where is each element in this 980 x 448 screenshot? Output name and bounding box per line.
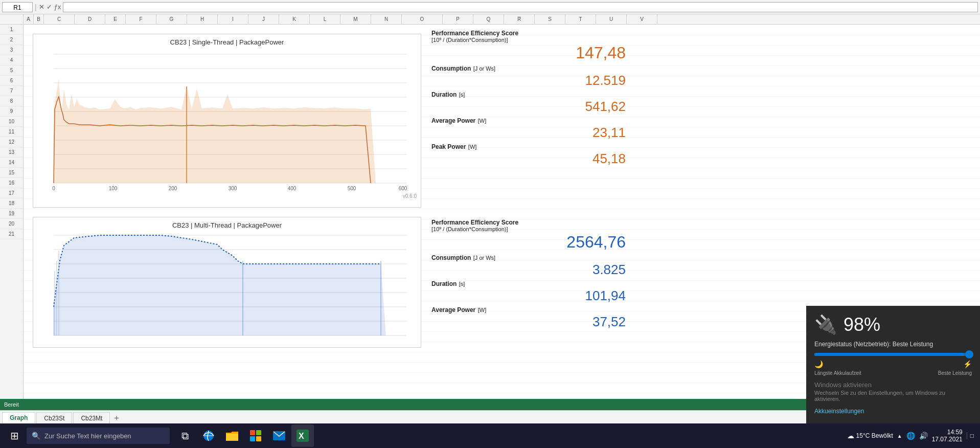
add-sheet-button[interactable]: ＋ [111,412,122,423]
st-peak-value: 45,18 [431,151,626,167]
mt-dur-unit: [s] [459,281,465,287]
mt-dur-value: 101,94 [431,288,626,304]
col-F[interactable]: F [126,14,156,24]
battery-slider-thumb[interactable] [965,350,973,359]
st-cons-value: 12.519 [431,73,626,88]
windows-activate-sub: Wechseln Sie zu den Einstellungen, um Wi… [814,390,972,402]
col-M[interactable]: M [340,14,371,24]
mt-avg-unit: [W] [478,307,487,313]
start-button[interactable]: ⊞ [2,423,27,448]
volume-icon[interactable]: 🔊 [919,432,928,440]
taskbar-app-files[interactable] [221,424,243,447]
col-B[interactable]: B [34,14,44,24]
taskbar-clock[interactable]: 14:59 17.07.2021 [932,429,963,443]
svg-text:400: 400 [288,186,297,191]
cell-reference[interactable]: R1 [2,2,33,12]
st-avg-label: Average Power [431,117,475,124]
clock-date: 17.07.2021 [932,436,963,443]
tab-cb23st[interactable]: Cb23St [36,412,72,423]
st-perf-label: Performance Efficiency Score [431,30,626,37]
expand-icon[interactable]: ▲ [897,433,902,439]
mt-avg-label: Average Power [431,306,475,313]
col-G[interactable]: G [156,14,187,24]
weather-icon: ☁ [847,432,854,440]
tab-graph[interactable]: Graph [2,412,35,423]
st-dur-value: 541,62 [431,99,626,115]
mt-perf-sublabel: [10⁹ / (Duration*Consumption)] [431,226,626,233]
taskbar-app-taskview[interactable]: ⧉ [174,424,196,447]
svg-text:600: 600 [399,186,407,191]
function-icon[interactable]: ƒx [54,3,61,11]
col-I[interactable]: I [218,14,248,24]
battery-icon: 🔌 [814,314,837,335]
chart-mt-title: CB23 | Multi-Thread | PackagePower [33,217,421,229]
chart-single-thread: CB23 | Single-Thread | PackagePower 0 5 … [33,34,421,208]
taskbar-system-icons: ☁ 15°C Bewölkt [847,432,893,440]
battery-percent: 98% [844,314,880,335]
svg-text:X: X [299,432,304,440]
column-headers: A B C D E F G H I J K L M N O P Q R S T … [0,14,980,25]
taskbar-app-mail[interactable] [268,424,290,447]
battery-left-label: Längste Akkulaufzeit [814,370,861,376]
formula-input[interactable] [63,2,978,12]
col-J[interactable]: J [248,14,279,24]
confirm-icon[interactable]: ✓ [47,3,52,11]
col-P[interactable]: P [443,14,473,24]
col-E[interactable]: E [105,14,126,24]
col-Q[interactable]: Q [473,14,504,24]
akku-settings-link[interactable]: Akkueinstellungen [814,408,864,415]
col-O[interactable]: O [402,14,443,24]
col-R[interactable]: R [504,14,535,24]
metrics-multi-thread: Performance Efficiency Score [10⁹ / (Dur… [431,219,626,331]
col-T[interactable]: T [565,14,596,24]
col-L[interactable]: L [310,14,340,24]
version-label: v0.6.0 [33,193,421,199]
svg-rect-58 [256,436,261,441]
mt-perf-label: Performance Efficiency Score [431,219,626,226]
taskbar-app-excel[interactable]: X [291,424,314,447]
svg-text:300: 300 [229,186,237,191]
status-ready: Bereit [4,401,19,408]
battery-icon-best: ⚡ [963,360,972,368]
tab-cb23mt[interactable]: Cb23Mt [73,412,110,423]
st-cons-unit: [J or Ws] [473,65,495,72]
col-S[interactable]: S [535,14,565,24]
windows-activate-text: Windows aktivieren [814,381,972,389]
st-perf-sublabel: [10⁹ / (Duration*Consumption)] [431,37,626,43]
col-K[interactable]: K [279,14,310,24]
col-C[interactable]: C [44,14,75,24]
battery-right-label: Beste Leistung [938,370,972,376]
st-peak-unit: [W] [468,144,477,150]
st-cons-label: Consumption [431,65,471,72]
st-perf-value: 147,48 [431,43,626,62]
col-N[interactable]: N [371,14,402,24]
col-H[interactable]: H [187,14,218,24]
taskbar: ⊞ 🔍 Zur Suche Text hier eingeben ⧉ X [0,423,980,448]
st-dur-unit: [s] [459,92,465,98]
col-D[interactable]: D [75,14,105,24]
search-icon: 🔍 [32,432,40,440]
col-U[interactable]: U [596,14,627,24]
clock-time: 14:59 [947,429,963,436]
battery-slider-track[interactable] [814,353,972,356]
weather-text: 15°C Bewölkt [856,432,893,439]
metrics-single-thread: Performance Efficiency Score [10⁹ / (Dur… [431,30,626,168]
battery-slider-fill [814,353,964,356]
mt-avg-value: 37,52 [431,314,626,330]
svg-text:200: 200 [169,186,177,191]
battery-popup: 🔌 98% Energiestatus (Netzbetrieb): Beste… [806,306,980,423]
mt-cons-value: 3.825 [431,262,626,278]
col-A[interactable]: A [24,14,34,24]
show-desktop[interactable]: □ [967,432,974,439]
search-bar[interactable]: 🔍 Zur Suche Text hier eingeben [27,428,170,444]
mt-cons-label: Consumption [431,254,471,261]
network-icon[interactable]: 🌐 [906,432,915,440]
taskbar-app-store[interactable] [244,424,267,447]
mt-dur-label: Duration [431,280,457,287]
mt-cons-unit: [J or Ws] [473,255,495,261]
cancel-icon[interactable]: ✕ [39,3,44,11]
col-V[interactable]: V [627,14,657,24]
chart-multi-thread: CB23 | Multi-Thread | PackagePower 0 5 1… [33,217,421,348]
svg-rect-55 [250,430,255,435]
taskbar-app-browser[interactable] [197,424,220,447]
